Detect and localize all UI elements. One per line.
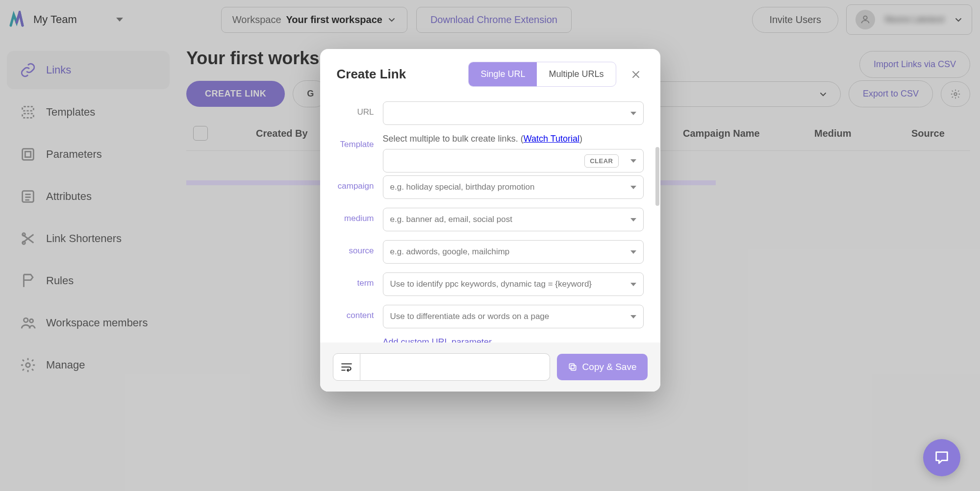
chevron-down-icon — [630, 112, 636, 115]
medium-input[interactable]: e.g. banner ad, email, social post — [383, 208, 644, 231]
modal-title: Create Link — [337, 67, 406, 82]
add-custom-parameter-link[interactable]: Add custom URL parameter — [383, 337, 644, 343]
copy-save-button[interactable]: Copy & Save — [557, 354, 648, 380]
modal-footer: Copy & Save — [320, 343, 660, 392]
tab-multiple-label: Multiple URLs — [549, 69, 603, 79]
result-wrap-icon — [333, 353, 360, 381]
term-label: term — [337, 272, 383, 288]
copy-save-label: Copy & Save — [582, 362, 637, 372]
clear-label: CLEAR — [590, 157, 613, 165]
close-button[interactable] — [627, 68, 645, 81]
chat-icon — [933, 449, 950, 466]
add-custom-label: Add custom URL parameter — [383, 337, 492, 343]
chevron-down-icon — [630, 315, 636, 319]
template-hint-post: ) — [579, 134, 582, 144]
chevron-down-icon — [630, 186, 636, 189]
template-hint: Select multiple to bulk create links. (W… — [383, 134, 644, 144]
term-placeholder: Use to identify ppc keywords, dynamic ta… — [390, 279, 592, 289]
campaign-label: campaign — [337, 175, 383, 191]
modal-header: Create Link Single URL Multiple URLs — [320, 49, 660, 98]
clear-template-button[interactable]: CLEAR — [584, 154, 618, 168]
tab-single-label: Single URL — [480, 69, 525, 79]
content-input[interactable]: Use to differentiate ads or words on a p… — [383, 305, 644, 328]
medium-placeholder: e.g. banner ad, email, social post — [390, 215, 512, 224]
svg-rect-15 — [571, 366, 576, 370]
tab-multiple-urls[interactable]: Multiple URLs — [537, 62, 615, 86]
url-label: URL — [337, 101, 383, 117]
svg-rect-16 — [569, 364, 574, 368]
template-select[interactable]: CLEAR — [383, 149, 644, 172]
watch-tutorial-label: Watch Tutorial — [524, 134, 579, 144]
content-label: content — [337, 305, 383, 320]
tab-single-url[interactable]: Single URL — [469, 62, 537, 86]
chevron-down-icon — [630, 159, 636, 163]
term-input[interactable]: Use to identify ppc keywords, dynamic ta… — [383, 272, 644, 296]
content-placeholder: Use to differentiate ads or words on a p… — [390, 312, 550, 321]
campaign-input[interactable]: e.g. holiday special, birthday promotion — [383, 175, 644, 199]
create-link-modal: Create Link Single URL Multiple URLs URL… — [320, 49, 660, 392]
modal-scrollbar[interactable] — [655, 147, 659, 206]
template-hint-pre: Select multiple to bulk create links. ( — [383, 134, 524, 144]
chevron-down-icon — [630, 283, 636, 286]
modal-body: URL Template Select multiple to bulk cre… — [320, 98, 660, 343]
medium-label: medium — [337, 208, 383, 223]
wrap-text-icon — [340, 361, 353, 373]
watch-tutorial-link[interactable]: Watch Tutorial — [524, 134, 579, 144]
url-input[interactable] — [383, 101, 644, 125]
result-url-input[interactable] — [360, 353, 550, 381]
copy-icon — [568, 362, 578, 372]
source-label: source — [337, 240, 383, 256]
source-input[interactable]: e.g. adwords, google, mailchimp — [383, 240, 644, 264]
close-icon — [631, 70, 641, 79]
source-placeholder: e.g. adwords, google, mailchimp — [390, 247, 510, 257]
help-chat-button[interactable] — [923, 439, 960, 476]
chevron-down-icon — [630, 250, 636, 254]
modal-wrap: Create Link Single URL Multiple URLs URL… — [0, 0, 980, 491]
template-label: Template — [337, 134, 383, 149]
campaign-placeholder: e.g. holiday special, birthday promotion — [390, 182, 535, 192]
chevron-down-icon — [630, 218, 636, 221]
url-mode-tabs: Single URL Multiple URLs — [468, 62, 616, 87]
